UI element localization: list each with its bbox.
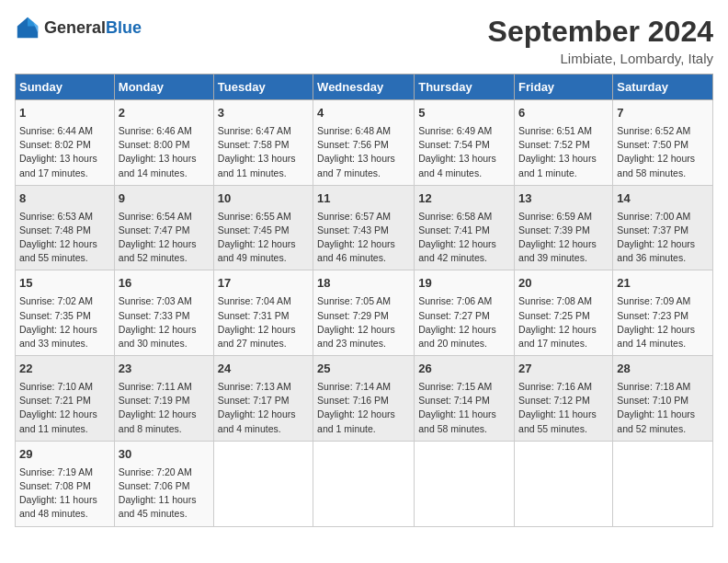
header-saturday: Saturday (613, 75, 713, 100)
day-info: Sunrise: 7:15 AMSunset: 7:14 PMDaylight:… (418, 380, 510, 436)
day-info: Sunrise: 6:51 AMSunset: 7:52 PMDaylight:… (518, 124, 609, 180)
day-info: Sunrise: 7:20 AMSunset: 7:06 PMDaylight:… (119, 465, 210, 522)
day-number: 11 (317, 190, 410, 208)
day-number: 26 (418, 361, 510, 378)
calendar-cell: 14Sunrise: 7:00 AMSunset: 7:37 PMDayligh… (613, 185, 713, 270)
calendar-cell (515, 441, 613, 526)
day-number: 10 (218, 190, 309, 208)
day-info: Sunrise: 7:09 AMSunset: 7:23 PMDaylight:… (617, 294, 709, 350)
calendar-cell: 15Sunrise: 7:02 AMSunset: 7:35 PMDayligh… (16, 270, 115, 356)
day-info: Sunrise: 6:54 AMSunset: 7:47 PMDaylight:… (119, 210, 210, 266)
day-info: Sunrise: 6:47 AMSunset: 7:58 PMDaylight:… (218, 124, 309, 180)
day-number: 4 (317, 105, 410, 122)
title-area: September 2024 Limbiate, Lombardy, Italy (488, 15, 713, 66)
calendar-table: SundayMondayTuesdayWednesdayThursdayFrid… (15, 74, 713, 527)
month-title: September 2024 (488, 15, 713, 49)
day-info: Sunrise: 7:04 AMSunset: 7:31 PMDaylight:… (218, 294, 309, 350)
day-number: 6 (518, 105, 609, 122)
calendar-cell: 11Sunrise: 6:57 AMSunset: 7:43 PMDayligh… (313, 185, 415, 270)
day-info: Sunrise: 6:58 AMSunset: 7:41 PMDaylight:… (418, 210, 510, 266)
day-info: Sunrise: 6:48 AMSunset: 7:56 PMDaylight:… (317, 124, 410, 180)
day-number: 27 (518, 361, 609, 378)
calendar-cell: 30Sunrise: 7:20 AMSunset: 7:06 PMDayligh… (114, 441, 213, 526)
day-number: 7 (617, 105, 709, 122)
day-number: 1 (19, 105, 110, 122)
day-info: Sunrise: 7:18 AMSunset: 7:10 PMDaylight:… (617, 380, 709, 436)
day-info: Sunrise: 7:19 AMSunset: 7:08 PMDaylight:… (19, 465, 110, 522)
calendar-week-3: 15Sunrise: 7:02 AMSunset: 7:35 PMDayligh… (16, 270, 713, 356)
day-number: 19 (418, 275, 510, 293)
day-info: Sunrise: 7:10 AMSunset: 7:21 PMDaylight:… (19, 380, 110, 436)
calendar-cell: 16Sunrise: 7:03 AMSunset: 7:33 PMDayligh… (114, 270, 213, 356)
calendar-cell: 24Sunrise: 7:13 AMSunset: 7:17 PMDayligh… (213, 356, 313, 442)
day-number: 5 (418, 105, 510, 122)
logo-blue-text: Blue (106, 18, 142, 37)
calendar-cell: 5Sunrise: 6:49 AMSunset: 7:54 PMDaylight… (415, 100, 515, 186)
day-number: 2 (119, 105, 210, 122)
day-info: Sunrise: 6:46 AMSunset: 8:00 PMDaylight:… (119, 124, 210, 180)
calendar-cell: 22Sunrise: 7:10 AMSunset: 7:21 PMDayligh… (16, 356, 115, 442)
calendar-cell: 26Sunrise: 7:15 AMSunset: 7:14 PMDayligh… (415, 356, 515, 442)
logo-general-text: General (44, 18, 106, 37)
calendar-cell: 3Sunrise: 6:47 AMSunset: 7:58 PMDaylight… (213, 100, 313, 186)
calendar-cell: 28Sunrise: 7:18 AMSunset: 7:10 PMDayligh… (613, 356, 713, 442)
calendar-week-2: 8Sunrise: 6:53 AMSunset: 7:48 PMDaylight… (16, 185, 713, 270)
calendar-body: 1Sunrise: 6:44 AMSunset: 8:02 PMDaylight… (16, 100, 713, 527)
calendar-cell: 6Sunrise: 6:51 AMSunset: 7:52 PMDaylight… (515, 100, 613, 186)
calendar-cell: 27Sunrise: 7:16 AMSunset: 7:12 PMDayligh… (515, 356, 613, 442)
day-number: 8 (19, 190, 110, 208)
day-info: Sunrise: 6:49 AMSunset: 7:54 PMDaylight:… (418, 124, 510, 180)
day-number: 12 (418, 190, 510, 208)
day-info: Sunrise: 6:57 AMSunset: 7:43 PMDaylight:… (317, 210, 410, 266)
calendar-cell: 7Sunrise: 6:52 AMSunset: 7:50 PMDaylight… (613, 100, 713, 186)
calendar-cell: 25Sunrise: 7:14 AMSunset: 7:16 PMDayligh… (313, 356, 415, 442)
calendar-cell: 21Sunrise: 7:09 AMSunset: 7:23 PMDayligh… (613, 270, 713, 356)
day-info: Sunrise: 6:55 AMSunset: 7:45 PMDaylight:… (218, 210, 309, 266)
header-friday: Friday (515, 75, 613, 100)
calendar-cell: 17Sunrise: 7:04 AMSunset: 7:31 PMDayligh… (213, 270, 313, 356)
day-number: 17 (218, 275, 309, 293)
day-info: Sunrise: 6:52 AMSunset: 7:50 PMDaylight:… (617, 124, 709, 180)
day-info: Sunrise: 7:13 AMSunset: 7:17 PMDaylight:… (218, 380, 309, 436)
calendar-cell: 18Sunrise: 7:05 AMSunset: 7:29 PMDayligh… (313, 270, 415, 356)
calendar-header: SundayMondayTuesdayWednesdayThursdayFrid… (16, 75, 713, 100)
day-info: Sunrise: 7:02 AMSunset: 7:35 PMDaylight:… (19, 294, 110, 350)
page-header: GeneralBlue September 2024 Limbiate, Lom… (15, 15, 713, 66)
day-number: 9 (119, 190, 210, 208)
calendar-cell: 23Sunrise: 7:11 AMSunset: 7:19 PMDayligh… (114, 356, 213, 442)
day-number: 20 (518, 275, 609, 293)
header-wednesday: Wednesday (313, 75, 415, 100)
calendar-cell: 1Sunrise: 6:44 AMSunset: 8:02 PMDaylight… (16, 100, 115, 186)
day-info: Sunrise: 7:16 AMSunset: 7:12 PMDaylight:… (518, 380, 609, 436)
header-monday: Monday (114, 75, 213, 100)
calendar-cell (313, 441, 415, 526)
day-info: Sunrise: 7:08 AMSunset: 7:25 PMDaylight:… (518, 294, 609, 350)
day-info: Sunrise: 6:53 AMSunset: 7:48 PMDaylight:… (19, 210, 110, 266)
day-info: Sunrise: 7:03 AMSunset: 7:33 PMDaylight:… (119, 294, 210, 350)
calendar-cell: 12Sunrise: 6:58 AMSunset: 7:41 PMDayligh… (415, 185, 515, 270)
calendar-cell (613, 441, 713, 526)
calendar-cell: 4Sunrise: 6:48 AMSunset: 7:56 PMDaylight… (313, 100, 415, 186)
location: Limbiate, Lombardy, Italy (488, 51, 713, 66)
calendar-cell: 9Sunrise: 6:54 AMSunset: 7:47 PMDaylight… (114, 185, 213, 270)
header-sunday: Sunday (16, 75, 115, 100)
day-number: 21 (617, 275, 709, 293)
day-number: 24 (218, 361, 309, 378)
day-number: 30 (119, 446, 210, 464)
day-info: Sunrise: 7:05 AMSunset: 7:29 PMDaylight:… (317, 294, 410, 350)
day-number: 13 (518, 190, 609, 208)
day-info: Sunrise: 6:59 AMSunset: 7:39 PMDaylight:… (518, 210, 609, 266)
calendar-cell: 20Sunrise: 7:08 AMSunset: 7:25 PMDayligh… (515, 270, 613, 356)
day-number: 23 (119, 361, 210, 378)
day-number: 29 (19, 446, 110, 464)
calendar-cell (415, 441, 515, 526)
calendar-cell: 29Sunrise: 7:19 AMSunset: 7:08 PMDayligh… (16, 441, 115, 526)
calendar-cell: 10Sunrise: 6:55 AMSunset: 7:45 PMDayligh… (213, 185, 313, 270)
day-info: Sunrise: 7:14 AMSunset: 7:16 PMDaylight:… (317, 380, 410, 436)
day-info: Sunrise: 6:44 AMSunset: 8:02 PMDaylight:… (19, 124, 110, 180)
day-number: 25 (317, 361, 410, 378)
calendar-cell: 8Sunrise: 6:53 AMSunset: 7:48 PMDaylight… (16, 185, 115, 270)
day-number: 28 (617, 361, 709, 378)
day-number: 16 (119, 275, 210, 293)
day-info: Sunrise: 7:11 AMSunset: 7:19 PMDaylight:… (119, 380, 210, 436)
